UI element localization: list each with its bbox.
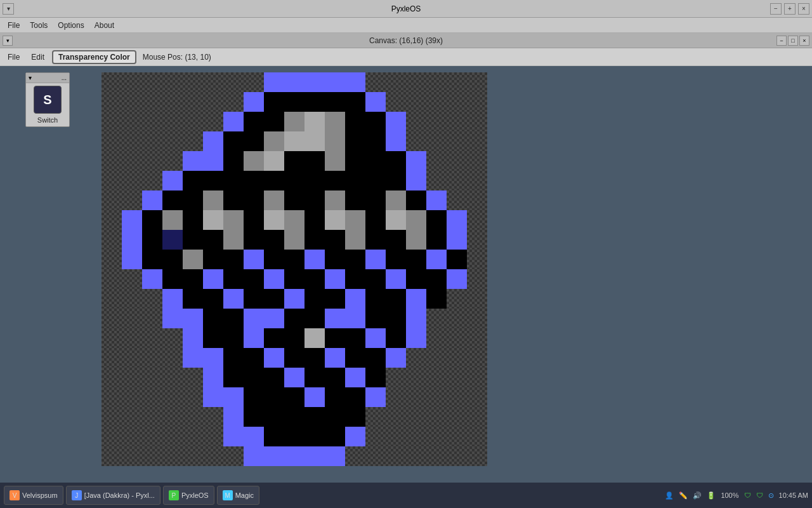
- taskbar-pyxleos[interactable]: P PyxleOS: [163, 486, 214, 505]
- tool-widget-header: ▾ ...: [26, 73, 69, 83]
- close-button[interactable]: ×: [798, 3, 809, 15]
- subwindow-close[interactable]: ×: [799, 36, 809, 46]
- subwindow-title: Canvas: (16,16) (39x): [369, 36, 443, 45]
- taskbar-chrome-icon[interactable]: ⊙: [768, 491, 774, 500]
- titlebar: ▾ PyxleOS − + ×: [0, 0, 812, 18]
- taskbar-battery-percent: 100%: [721, 491, 738, 499]
- pixel-canvas[interactable]: [102, 72, 495, 466]
- taskbar-java[interactable]: J [Java (Dakkra) - Pyxl...: [66, 486, 160, 505]
- magic-label: Magic: [235, 491, 254, 499]
- titlebar-controls: − + ×: [770, 3, 809, 15]
- velvispsum-label: Velvispsum: [22, 491, 58, 499]
- toolbar-edit[interactable]: Edit: [27, 51, 48, 63]
- switch-tool-icon[interactable]: S: [34, 86, 62, 114]
- taskbar-right: 👤 ✏️ 🔊 🔋 100% 🛡 🛡 ⊙ 10:45 AM: [665, 491, 808, 500]
- switch-tool-label: Switch: [37, 116, 58, 124]
- pyxleos-icon: P: [169, 490, 179, 500]
- subwindow-left-controls: ▾: [3, 36, 13, 46]
- taskbar: V Velvispsum J [Java (Dakkra) - Pyxl... …: [0, 483, 812, 508]
- mouse-position: Mouse Pos: (13, 10): [143, 53, 211, 62]
- menu-options[interactable]: Options: [53, 20, 89, 31]
- taskbar-shield2-icon: 🛡: [756, 491, 763, 499]
- taskbar-battery-icon: 🔋: [707, 491, 716, 500]
- menu-about[interactable]: About: [89, 20, 119, 31]
- taskbar-pencil-icon: ✏️: [679, 491, 688, 500]
- menu-file[interactable]: File: [3, 20, 25, 31]
- taskbar-user-icon: 👤: [665, 491, 674, 500]
- pyxleos-label: PyxleOS: [181, 491, 209, 499]
- switch-tool-widget: ▾ ... S Switch: [25, 72, 70, 127]
- widget-dropdown-icon[interactable]: ▾: [29, 74, 32, 81]
- subwindow-controls: − □ ×: [776, 36, 809, 46]
- velvispsum-icon: V: [10, 490, 20, 500]
- subwindow-minimize[interactable]: −: [776, 36, 787, 46]
- taskbar-magic[interactable]: M Magic: [217, 486, 259, 505]
- subwindow-icon[interactable]: ▾: [3, 36, 13, 46]
- menubar: File Tools Options About: [0, 18, 812, 33]
- subwindow-maximize[interactable]: □: [788, 36, 798, 46]
- taskbar-time: 10:45 AM: [779, 491, 808, 499]
- taskbar-velvispsum[interactable]: V Velvispsum: [4, 486, 63, 505]
- titlebar-title: PyxleOS: [391, 4, 421, 13]
- transparency-color-button[interactable]: Transparency Color: [52, 50, 136, 64]
- taskbar-shield1-icon: 🛡: [744, 491, 751, 499]
- subwindow-titlebar: ▾ Canvas: (16,16) (39x) − □ ×: [0, 33, 812, 48]
- titlebar-icon[interactable]: ▾: [3, 3, 14, 15]
- titlebar-left: ▾: [3, 3, 14, 15]
- java-label: [Java (Dakkra) - Pyxl...: [84, 491, 155, 499]
- canvas-area[interactable]: [95, 66, 812, 483]
- menu-tools[interactable]: Tools: [25, 20, 53, 31]
- magic-icon: M: [223, 490, 233, 500]
- tool-panel: ▾ ... S Switch: [0, 66, 95, 483]
- maximize-button[interactable]: +: [784, 3, 796, 15]
- minimize-button[interactable]: −: [770, 3, 782, 15]
- main-area: ▾ ... S Switch: [0, 66, 812, 483]
- widget-dots: ...: [62, 74, 67, 81]
- toolbar-file[interactable]: File: [4, 51, 23, 63]
- java-icon: J: [72, 490, 82, 500]
- taskbar-volume-icon[interactable]: 🔊: [693, 491, 702, 500]
- toolbar: File Edit Transparency Color Mouse Pos: …: [0, 48, 812, 66]
